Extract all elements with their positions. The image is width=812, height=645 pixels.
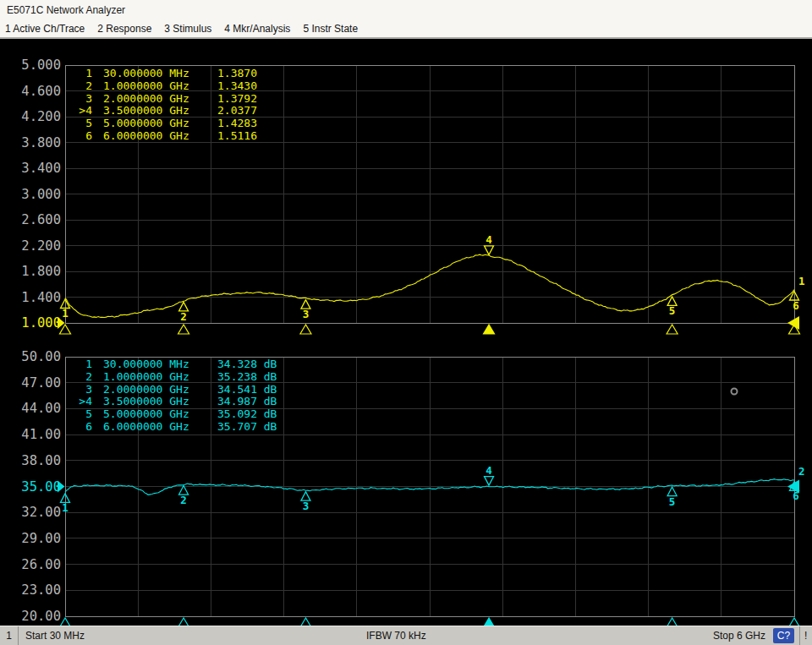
marker-value-cell: 35.707 dB	[217, 421, 277, 434]
correction-status-badge[interactable]: C?	[773, 628, 794, 643]
y-axis-tick-label: 2.600	[0, 212, 61, 227]
marker-number: 6	[793, 299, 799, 312]
marker-number: 4	[486, 233, 492, 246]
channel-indicator: 1	[0, 626, 19, 645]
marker-value-cell: 1.3792	[217, 93, 257, 106]
marker-number-cell: 2	[76, 80, 92, 93]
marker-value-cell: 1.3870	[217, 68, 257, 80]
marker-table-row: 66.0000000 GHz1.5116	[76, 130, 257, 143]
marker-value-cell: 1.5116	[217, 130, 257, 143]
trace1-name: Tr1	[25, 42, 47, 56]
marker-number-cell: 6	[76, 130, 92, 143]
trace2-header[interactable]: ▶Tr2 S21 Log Mag 3.000dB/ Ref 35.00dB [F…	[3, 334, 341, 347]
marker-number-cell: 5	[76, 118, 92, 130]
marker-number: 1	[62, 501, 69, 514]
y-axis-tick-label: 3.000	[0, 187, 61, 202]
marker-number-cell: 1	[76, 358, 92, 371]
marker-table-row: 21.0000000 GHz1.3430	[76, 80, 257, 93]
marker-number: 4	[486, 464, 492, 477]
marker-symbol-active	[485, 246, 494, 255]
marker-number-cell: >4	[76, 105, 92, 118]
ref-level-pointer-right	[787, 316, 799, 330]
y-axis-tick-label: 1.800	[0, 264, 61, 279]
ifbw-readout: IFBW 70 kHz	[366, 626, 426, 645]
marker-number: 3	[303, 500, 310, 512]
y-axis-tick-label: 47.00	[0, 375, 61, 391]
marker-value-cell: 34.328 dB	[217, 358, 277, 371]
marker-frequency-cell: 6.0000000 GHz	[103, 130, 217, 143]
stop-frequency: Stop 6 GHz	[713, 626, 765, 645]
marker-number-cell: 3	[76, 93, 92, 106]
y-axis-tick-label: 5.000	[0, 57, 61, 73]
marker-table-row: 32.0000000 GHz34.541 dB	[76, 384, 277, 396]
marker-table-tr1: 130.000000 MHz1.387021.0000000 GHz1.3430…	[76, 68, 257, 143]
stimulus-marker	[667, 325, 678, 334]
marker-table-row: 130.000000 MHz34.328 dB	[76, 358, 277, 371]
y-axis-tick-label: 3.800	[0, 135, 61, 150]
marker-number: 6	[793, 489, 799, 502]
y-axis-tick-label: 4.600	[0, 84, 61, 99]
marker-number: 1	[62, 307, 69, 320]
marker-value-cell: 35.238 dB	[217, 371, 277, 384]
y-axis-tick-label: 44.00	[0, 401, 61, 416]
stimulus-marker	[300, 325, 311, 334]
marker-table-row: 66.0000000 GHz35.707 dB	[76, 421, 277, 434]
y-axis-tick-label: 1.400	[0, 290, 61, 305]
marker-frequency-cell: 2.0000000 GHz	[103, 384, 217, 396]
warning-indicator[interactable]: !	[799, 626, 807, 645]
marker-value-cell: 34.541 dB	[217, 384, 277, 396]
trace-end-number: 2	[798, 465, 805, 478]
stimulus-marker	[178, 325, 189, 334]
y-axis-tick-label: 1.000	[0, 315, 61, 331]
y-axis-tick-label: 26.00	[0, 557, 61, 572]
y-axis-tick-label: 50.00	[0, 349, 61, 364]
marker-number-cell: 1	[76, 68, 92, 80]
marker-table-row: >43.5000000 GHz2.0377	[76, 105, 257, 118]
marker-table-row: 55.0000000 GHz1.4283	[76, 118, 257, 130]
marker-table-tr2: 130.000000 MHz34.328 dB21.0000000 GHz35.…	[76, 358, 277, 434]
marker-number-cell: 6	[76, 421, 92, 434]
y-axis-tick-label: 3.400	[0, 161, 61, 176]
marker-table-row: 55.0000000 GHz35.092 dB	[76, 408, 277, 421]
marker-frequency-cell: 2.0000000 GHz	[103, 93, 217, 106]
trace1-settings: S11 SWR 400.0m/ Ref 1.000 [F2]	[47, 42, 273, 56]
marker-number: 5	[669, 495, 676, 508]
active-trace-arrow-icon: ▶	[3, 336, 8, 346]
marker-frequency-cell: 3.5000000 GHz	[103, 396, 217, 408]
marker-frequency-cell: 30.000000 MHz	[103, 358, 217, 371]
trace1-header[interactable]: Tr1 S11 SWR 400.0m/ Ref 1.000 [F2]	[25, 42, 273, 56]
marker-number-cell: 3	[76, 384, 92, 396]
marker-frequency-cell: 1.0000000 GHz	[103, 371, 217, 384]
y-axis-tick-label: 4.200	[0, 109, 61, 124]
marker-value-cell: 2.0377	[217, 105, 257, 118]
stimulus-marker	[60, 325, 71, 334]
marker-number: 2	[180, 494, 187, 506]
marker-table-row: 21.0000000 GHz35.238 dB	[76, 371, 277, 384]
y-axis-tick-label: 23.00	[0, 582, 61, 598]
y-axis-tick-label: 2.200	[0, 238, 61, 254]
trace2-name: Tr2	[9, 334, 35, 347]
marker-frequency-cell: 5.0000000 GHz	[103, 118, 217, 130]
trace2-settings: S21 Log Mag 3.000dB/ Ref 35.00dB [F2 D/M…	[34, 334, 340, 347]
y-axis-tick-label: 20.00	[0, 609, 61, 624]
marker-number: 5	[669, 304, 676, 317]
marker-table-row: >43.5000000 GHz34.987 dB	[76, 396, 277, 408]
marker-value-cell: 1.4283	[217, 118, 257, 130]
marker-number: 2	[180, 310, 187, 323]
marker-number: 3	[303, 308, 310, 320]
trace-end-number: 1	[798, 275, 805, 287]
marker-table-row: 130.000000 MHz1.3870	[76, 68, 257, 80]
marker-frequency-cell: 5.0000000 GHz	[103, 408, 217, 421]
stimulus-marker-active	[484, 325, 495, 334]
marker-value-cell: 1.3430	[217, 80, 257, 93]
marker-frequency-cell: 3.5000000 GHz	[103, 105, 217, 118]
marker-value-cell: 34.987 dB	[217, 396, 277, 408]
y-axis-tick-label: 38.00	[0, 453, 61, 468]
status-bar: 1 Start 30 MHz IFBW 70 kHz Stop 6 GHz C?…	[0, 626, 812, 645]
mouse-pointer-ring	[732, 389, 738, 395]
marker-symbol-active	[485, 477, 494, 486]
y-axis-tick-label: 29.00	[0, 531, 61, 546]
marker-number-cell: 5	[76, 408, 92, 421]
y-axis-tick-label: 41.00	[0, 427, 61, 442]
marker-number-cell: 2	[76, 371, 92, 384]
